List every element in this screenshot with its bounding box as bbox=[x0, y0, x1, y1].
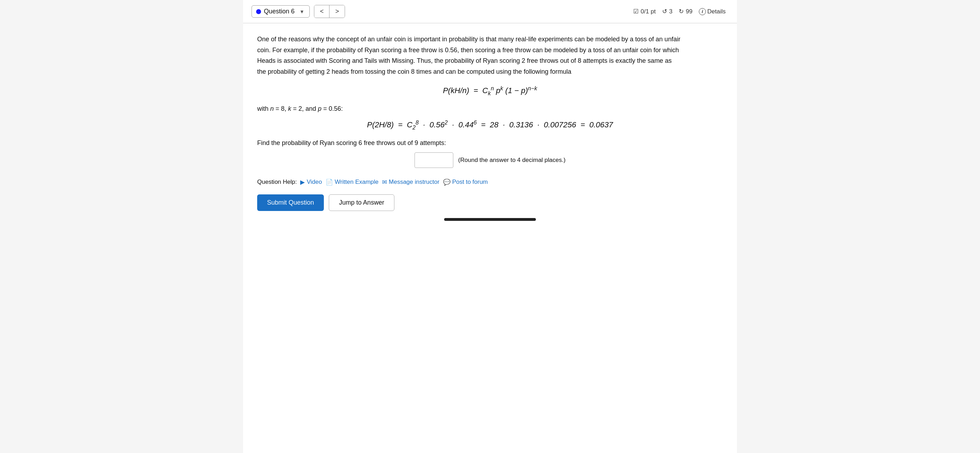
score-info: ☑ 0/1 pt bbox=[633, 8, 656, 15]
next-question-button[interactable]: > bbox=[329, 5, 345, 17]
nav-buttons: < > bbox=[314, 5, 345, 18]
message-instructor-link[interactable]: ✉ Message instructor bbox=[382, 178, 439, 186]
help-label: Question Help: bbox=[257, 178, 297, 186]
question-selector[interactable]: Question 6 ▼ bbox=[251, 5, 310, 17]
video-help-link[interactable]: ▶ Video bbox=[300, 178, 322, 186]
details-label: Details bbox=[707, 8, 725, 15]
envelope-icon: ✉ bbox=[382, 178, 387, 186]
params-line: with n = 8, k = 2, and p = 0.56: bbox=[257, 105, 723, 113]
post-to-forum-label: Post to forum bbox=[452, 178, 488, 186]
prev-question-button[interactable]: < bbox=[314, 5, 330, 17]
video-label: Video bbox=[307, 178, 322, 186]
question-help: Question Help: ▶ Video 📄 Written Example… bbox=[257, 178, 723, 186]
header-left: Question 6 ▼ < > bbox=[251, 5, 345, 18]
message-instructor-label: Message instructor bbox=[389, 178, 439, 186]
main-formula: P(kH/n) = Ckn pk (1 − p)n−k bbox=[257, 85, 723, 97]
answer-input[interactable] bbox=[415, 153, 453, 168]
written-example-label: Written Example bbox=[335, 178, 379, 186]
submission-count: 99 bbox=[686, 8, 692, 15]
jump-to-answer-button[interactable]: Jump to Answer bbox=[329, 194, 395, 211]
header-bar: Question 6 ▼ < > ☑ 0/1 pt ↺ 3 ↻ bbox=[243, 0, 737, 23]
find-probability-text: Find the probability of Ryan scoring 6 f… bbox=[257, 139, 723, 147]
answer-row: (Round the answer to 4 decimal places.) bbox=[257, 153, 723, 168]
chat-icon: 💬 bbox=[443, 178, 450, 186]
retry-info: ↺ 3 bbox=[662, 8, 672, 15]
bottom-bar bbox=[444, 218, 536, 221]
calc-formula: P(2H/8) = C28 · 0.562 · 0.446 = 28 · 0.3… bbox=[257, 119, 723, 131]
score-checkbox-icon: ☑ bbox=[633, 8, 638, 15]
main-content: One of the reasons why the concept of an… bbox=[243, 23, 737, 231]
question-dot bbox=[256, 9, 261, 14]
document-icon: 📄 bbox=[326, 178, 333, 186]
retry-count: 3 bbox=[669, 8, 672, 15]
round-note: (Round the answer to 4 decimal places.) bbox=[458, 157, 565, 164]
refresh-icon: ↻ bbox=[679, 8, 684, 15]
question-body-text: One of the reasons why the concept of an… bbox=[257, 34, 681, 77]
chevron-down-icon: ▼ bbox=[299, 9, 304, 14]
details-link[interactable]: i Details bbox=[699, 8, 725, 15]
submit-question-button[interactable]: Submit Question bbox=[257, 194, 324, 211]
submission-info: ↻ 99 bbox=[679, 8, 692, 15]
post-to-forum-link[interactable]: 💬 Post to forum bbox=[443, 178, 488, 186]
video-icon: ▶ bbox=[300, 178, 305, 186]
written-example-link[interactable]: 📄 Written Example bbox=[326, 178, 379, 186]
info-icon: i bbox=[699, 8, 706, 15]
button-row: Submit Question Jump to Answer bbox=[257, 194, 723, 211]
header-right: ☑ 0/1 pt ↺ 3 ↻ 99 i Details bbox=[633, 8, 725, 15]
question-label: Question 6 bbox=[264, 8, 294, 15]
score-value: 0/1 pt bbox=[641, 8, 656, 15]
retry-icon: ↺ bbox=[662, 8, 667, 15]
